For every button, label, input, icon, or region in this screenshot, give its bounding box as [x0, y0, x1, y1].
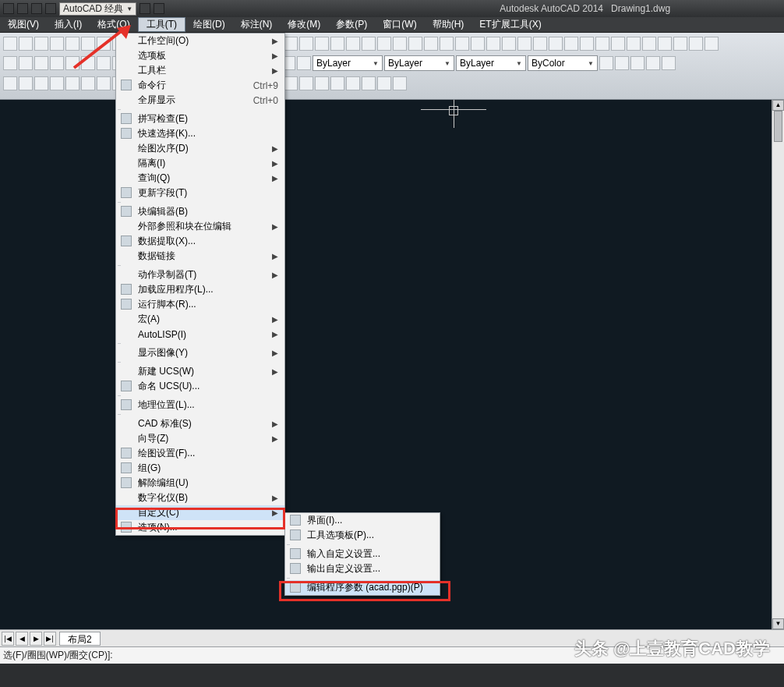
menu-item[interactable]: 工具(T) — [138, 17, 185, 32]
menu-item[interactable]: 工具栏▶ — [116, 63, 284, 78]
menu-item[interactable]: CAD 标准(S)▶ — [116, 416, 284, 431]
toolbar-button[interactable] — [97, 37, 111, 51]
toolbar-button[interactable] — [424, 37, 438, 51]
toolbar-button[interactable] — [315, 37, 329, 51]
bycolor-combo[interactable]: ByColor▼ — [528, 55, 598, 71]
toolbar-button[interactable] — [455, 37, 469, 51]
toolbar-button[interactable] — [662, 56, 676, 70]
toolbar-button[interactable] — [377, 37, 391, 51]
toolbar-button[interactable] — [299, 76, 313, 90]
toolbar-button[interactable] — [330, 37, 344, 51]
toolbar-button[interactable] — [549, 37, 563, 51]
qat-btn[interactable] — [3, 3, 14, 14]
scroll-down-icon[interactable]: ▼ — [772, 618, 784, 629]
toolbar-button[interactable] — [34, 37, 48, 51]
scrollbar-vertical[interactable]: ▲ ▼ — [772, 100, 784, 629]
toolbar-button[interactable] — [299, 37, 313, 51]
toolbar-button[interactable] — [284, 76, 298, 90]
toolbar-button[interactable] — [471, 37, 485, 51]
toolbar-button[interactable] — [3, 56, 17, 70]
toolbar-button[interactable] — [502, 37, 516, 51]
toolbar-button[interactable] — [408, 37, 422, 51]
menu-item[interactable]: 界面(I)... — [285, 513, 440, 528]
toolbar-button[interactable] — [377, 76, 391, 90]
toolbar-button[interactable] — [393, 76, 407, 90]
menu-item[interactable]: 工具选项板(P)... — [285, 528, 440, 543]
menu-item[interactable]: 组(G) — [116, 461, 284, 476]
toolbar-button[interactable] — [34, 76, 48, 90]
menu-item[interactable]: 绘图次序(D)▶ — [116, 141, 284, 156]
menu-item[interactable]: 标注(N) — [233, 17, 281, 32]
menu-item[interactable]: 输入自定义设置... — [285, 547, 440, 561]
toolbar-button[interactable] — [486, 37, 500, 51]
toolbar-button[interactable] — [19, 56, 33, 70]
tab-nav-button[interactable]: ▶| — [44, 632, 56, 646]
toolbar-button[interactable] — [615, 56, 629, 70]
menu-item[interactable]: 数据链接▶ — [116, 249, 284, 264]
menu-item[interactable]: 绘图设置(F)... — [116, 446, 284, 461]
qat-btn[interactable] — [45, 3, 56, 14]
toolbar-button[interactable] — [3, 37, 17, 51]
toolbar-button[interactable] — [689, 37, 703, 51]
toolbar-button[interactable] — [34, 56, 48, 70]
bylayer-combo[interactable]: ByLayer▼ — [384, 55, 454, 71]
menu-item[interactable]: 窗口(W) — [375, 17, 424, 32]
toolbar-button[interactable] — [65, 56, 79, 70]
toolbar-button[interactable] — [19, 37, 33, 51]
menu-item[interactable]: 加载应用程序(L)... — [116, 282, 284, 297]
menu-item[interactable]: 显示图像(Y)▶ — [116, 345, 284, 360]
menu-item[interactable]: 绘图(D) — [185, 17, 233, 32]
menu-item[interactable]: 外部参照和块在位编辑▶ — [116, 219, 284, 234]
toolbar-button[interactable] — [3, 76, 17, 90]
scroll-up-icon[interactable]: ▲ — [772, 100, 784, 111]
menu-item[interactable]: 格式(O) — [90, 17, 137, 32]
menu-item[interactable]: 命令行Ctrl+9 — [116, 78, 284, 93]
toolbar-button[interactable] — [517, 37, 531, 51]
menu-item[interactable]: 选项(N)... — [116, 520, 284, 535]
menu-item[interactable]: 向导(Z)▶ — [116, 431, 284, 446]
toolbar-button[interactable] — [362, 76, 376, 90]
toolbar-button[interactable] — [393, 37, 407, 51]
toolbar-button[interactable] — [297, 56, 311, 70]
menu-item[interactable]: 帮助(H) — [425, 17, 472, 32]
menu-item[interactable]: 工作空间(O)▶ — [116, 34, 284, 48]
toolbar-button[interactable] — [646, 56, 660, 70]
qat-btn[interactable] — [17, 3, 28, 14]
menu-item[interactable]: 参数(P) — [328, 17, 375, 32]
toolbar-button[interactable] — [611, 37, 625, 51]
qat-btn[interactable] — [139, 3, 150, 14]
toolbar-button[interactable] — [97, 56, 111, 70]
toolbar-button[interactable] — [50, 56, 64, 70]
toolbar-button[interactable] — [595, 37, 609, 51]
scroll-thumb[interactable] — [774, 111, 782, 142]
menu-item[interactable]: 自定义(C)▶ — [116, 505, 284, 520]
menu-item[interactable]: 全屏显示Ctrl+0 — [116, 93, 284, 108]
toolbar-button[interactable] — [642, 37, 656, 51]
qat-btn[interactable] — [31, 3, 42, 14]
menu-item[interactable]: 隔离(I)▶ — [116, 156, 284, 171]
toolbar-button[interactable] — [50, 76, 64, 90]
toolbar-button[interactable] — [284, 37, 298, 51]
menu-item[interactable]: 拼写检查(E) — [116, 112, 284, 126]
toolbar-button[interactable] — [599, 56, 613, 70]
menu-item[interactable]: 查询(Q)▶ — [116, 171, 284, 186]
tab-nav-button[interactable]: |◀ — [2, 632, 14, 646]
menu-item[interactable]: 宏(A)▶ — [116, 312, 284, 327]
menu-item[interactable]: 命名 UCS(U)... — [116, 379, 284, 394]
toolbar-button[interactable] — [65, 37, 79, 51]
menu-item[interactable]: 块编辑器(B) — [116, 204, 284, 219]
menu-item[interactable]: 更新字段(T) — [116, 186, 284, 200]
menu-item[interactable]: 运行脚本(R)... — [116, 297, 284, 312]
menu-item[interactable]: 数据提取(X)... — [116, 234, 284, 249]
bylayer-combo[interactable]: ByLayer▼ — [313, 55, 383, 71]
toolbar-button[interactable] — [65, 76, 79, 90]
toolbar-button[interactable] — [673, 37, 687, 51]
menu-item[interactable]: 选项板▶ — [116, 48, 284, 63]
menu-item[interactable]: 快速选择(K)... — [116, 126, 284, 141]
toolbar-button[interactable] — [315, 76, 329, 90]
tab-nav-button[interactable]: ▶ — [30, 632, 42, 646]
toolbar-button[interactable] — [81, 56, 95, 70]
menu-item[interactable]: 数字化仪(B)▶ — [116, 490, 284, 505]
toolbar-button[interactable] — [81, 37, 95, 51]
menu-item[interactable]: 修改(M) — [280, 17, 328, 32]
